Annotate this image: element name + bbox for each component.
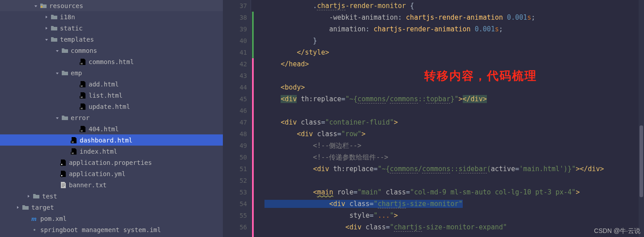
tree-item-label: test bbox=[42, 193, 223, 200]
code-line[interactable]: <main role="main" class="col-md-9 ml-sm-… bbox=[264, 186, 639, 198]
code-line[interactable]: <div class="row"> bbox=[264, 128, 639, 140]
chevron-right-icon[interactable] bbox=[14, 205, 21, 210]
line-number[interactable]: 40 bbox=[223, 35, 247, 47]
line-number[interactable]: 50 bbox=[223, 151, 247, 163]
iml-icon bbox=[30, 226, 38, 233]
code-line[interactable]: <div th:replace="~{commons/commons::side… bbox=[264, 163, 639, 175]
txt-icon bbox=[59, 181, 67, 189]
line-number[interactable]: 51 bbox=[223, 163, 247, 175]
code-line[interactable]: <div class="chartjs-size-monitor" bbox=[264, 198, 639, 210]
code-line[interactable] bbox=[264, 175, 639, 186]
line-number[interactable]: 44 bbox=[223, 82, 247, 93]
tree-item-label: pom.xml bbox=[40, 215, 223, 222]
chevron-right-icon[interactable] bbox=[25, 194, 32, 198]
code-line[interactable]: <div class="chartjs-size-monitor-expand" bbox=[264, 221, 639, 233]
tree-item[interactable]: banner.txt bbox=[0, 179, 223, 190]
line-number[interactable]: 53 bbox=[223, 186, 247, 198]
tree-item[interactable]: add.html bbox=[0, 78, 223, 90]
change-marker-bar bbox=[251, 0, 256, 237]
tree-item[interactable]: application.properties bbox=[0, 157, 223, 168]
code-line[interactable]: <div class="container-fluid"> bbox=[264, 116, 639, 128]
tree-item-label: 404.html bbox=[89, 125, 223, 133]
tree-item[interactable]: emp bbox=[0, 67, 223, 78]
tree-item-label: dashboard.html bbox=[80, 137, 223, 144]
code-line[interactable]: <body> bbox=[264, 82, 639, 93]
tree-item[interactable]: update.html bbox=[0, 101, 223, 112]
code-line[interactable]: .chartjs-render-monitor { bbox=[264, 0, 639, 12]
chevron-down-icon[interactable] bbox=[43, 37, 50, 42]
tree-item-label: emp bbox=[71, 69, 223, 77]
tree-item[interactable]: static bbox=[0, 22, 223, 34]
tree-item-label: banner.txt bbox=[69, 181, 223, 189]
line-number[interactable]: 47 bbox=[223, 116, 247, 128]
code-content[interactable]: .chartjs-render-monitor { -webkit-animat… bbox=[256, 0, 639, 237]
line-number[interactable]: 43 bbox=[223, 70, 247, 82]
line-number[interactable]: 37 bbox=[223, 0, 247, 12]
vertical-scrollbar[interactable] bbox=[639, 0, 644, 237]
code-line[interactable]: </head> bbox=[264, 58, 639, 70]
tree-item-label: error bbox=[71, 114, 223, 121]
html-icon bbox=[79, 81, 87, 88]
tree-item[interactable]: error bbox=[0, 112, 223, 123]
line-number[interactable]: 48 bbox=[223, 128, 247, 140]
tree-item[interactable]: commons bbox=[0, 45, 223, 56]
folder-icon bbox=[50, 13, 58, 21]
tree-item[interactable]: list.html bbox=[0, 90, 223, 101]
html-icon bbox=[79, 58, 87, 65]
html-icon bbox=[70, 137, 78, 144]
line-number[interactable]: 38 bbox=[223, 12, 247, 23]
folder-icon bbox=[61, 114, 69, 121]
line-number[interactable]: 46 bbox=[223, 105, 247, 116]
chevron-down-icon[interactable] bbox=[54, 116, 61, 120]
tree-item-label: resources bbox=[49, 2, 223, 9]
tree-item[interactable]: commons.html bbox=[0, 56, 223, 67]
code-line[interactable]: <!--传递参数给组件--> bbox=[264, 151, 639, 163]
folder-icon bbox=[32, 193, 40, 200]
tree-item[interactable]: target bbox=[0, 202, 223, 213]
chevron-down-icon[interactable] bbox=[32, 4, 39, 8]
line-number[interactable]: 49 bbox=[223, 140, 247, 151]
code-line[interactable]: } bbox=[264, 35, 639, 47]
chevron-down-icon[interactable] bbox=[54, 48, 61, 53]
scrollbar-thumb[interactable] bbox=[640, 125, 643, 197]
code-line[interactable] bbox=[264, 105, 639, 116]
tree-item[interactable]: i18n bbox=[0, 11, 223, 22]
line-number[interactable]: 45 bbox=[223, 93, 247, 105]
code-line[interactable]: <!--侧边栏--> bbox=[264, 140, 639, 151]
tree-item[interactable]: index.html bbox=[0, 146, 223, 157]
tree-item[interactable]: 404.html bbox=[0, 123, 223, 134]
line-number[interactable]: 42 bbox=[223, 58, 247, 70]
tree-item-label: static bbox=[60, 25, 223, 32]
html-icon bbox=[79, 92, 87, 99]
line-number[interactable]: 56 bbox=[223, 221, 247, 233]
tree-item[interactable]: pom.xml bbox=[0, 213, 223, 224]
code-line[interactable]: animation: chartjs-render-animation 0.00… bbox=[264, 23, 639, 35]
code-line[interactable]: <div th:replace="~{commons/commons::topb… bbox=[264, 93, 639, 105]
line-number[interactable]: 54 bbox=[223, 198, 247, 210]
code-line[interactable]: -webkit-animation: chartjs-render-animat… bbox=[264, 12, 639, 23]
project-tree-panel[interactable]: resourcesi18nstatictemplatescommonscommo… bbox=[0, 0, 223, 237]
tree-item[interactable]: templates bbox=[0, 34, 223, 45]
code-line[interactable]: </style> bbox=[264, 47, 639, 58]
tree-item-label: target bbox=[31, 204, 223, 211]
line-number[interactable]: 55 bbox=[223, 210, 247, 221]
line-number[interactable]: 52 bbox=[223, 175, 247, 186]
line-number-gutter[interactable]: 3738394041424344454647484950515253545556 bbox=[223, 0, 251, 237]
line-number[interactable]: 39 bbox=[223, 23, 247, 35]
tree-item-label: springboot_management_system.iml bbox=[40, 226, 223, 233]
chevron-down-icon[interactable] bbox=[54, 71, 61, 75]
prop-icon bbox=[59, 159, 67, 166]
line-number[interactable]: 41 bbox=[223, 47, 247, 58]
chevron-right-icon[interactable] bbox=[43, 15, 50, 19]
folder-icon bbox=[61, 47, 69, 54]
tree-item[interactable]: springboot_management_system.iml bbox=[0, 224, 223, 235]
chevron-right-icon[interactable] bbox=[43, 26, 50, 30]
folder-icon bbox=[50, 36, 58, 43]
html-icon bbox=[70, 148, 78, 155]
code-line[interactable] bbox=[264, 70, 639, 82]
tree-item[interactable]: dashboard.html bbox=[0, 134, 223, 146]
tree-item[interactable]: resources bbox=[0, 0, 223, 11]
tree-item[interactable]: application.yml bbox=[0, 168, 223, 179]
tree-item[interactable]: test bbox=[0, 190, 223, 202]
code-line[interactable]: style="..."> bbox=[264, 210, 639, 221]
